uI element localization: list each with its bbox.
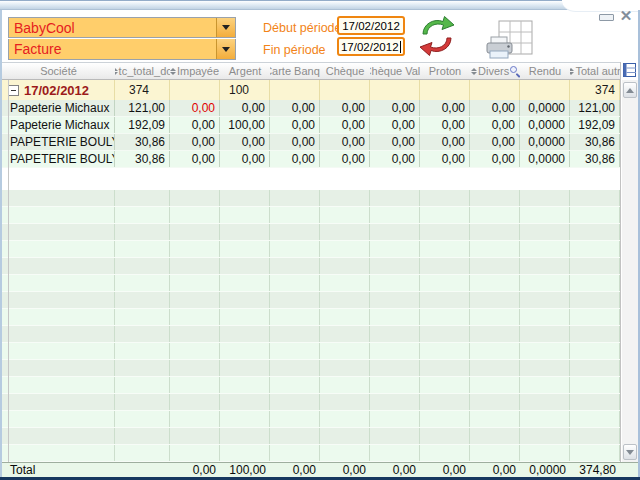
sort-arrows-icon[interactable]: [570, 68, 574, 75]
grid-cell: [170, 309, 220, 325]
text-caret: [400, 41, 402, 53]
grid-cell: [370, 224, 420, 240]
grid-cell: [170, 207, 220, 223]
column-label: Chèque: [326, 65, 365, 77]
app-window: { "window": { "close_icon": "✕" }, "tool…: [0, 0, 640, 480]
grid-cell: [370, 258, 420, 274]
period-end-input[interactable]: 17/02/2012: [337, 37, 405, 56]
grid-cell: 0,00: [270, 100, 320, 116]
grid-cell: 374: [570, 80, 620, 100]
grid-cell: 121,00: [115, 100, 170, 116]
column-header-8[interactable]: Divers: [470, 63, 520, 79]
refresh-icon[interactable]: [415, 15, 459, 57]
grid-cell: [370, 394, 420, 410]
grid-cell: [2, 343, 115, 359]
column-label: Chèque Vale: [370, 65, 420, 77]
grid-cell: [270, 343, 320, 359]
column-header-0[interactable]: Société: [2, 63, 115, 79]
grid-cell: [320, 343, 370, 359]
column-header-4[interactable]: Carte Banqu: [270, 63, 320, 79]
empty-row: [2, 428, 620, 445]
company-combobox[interactable]: BabyCool: [8, 17, 236, 38]
column-header-10[interactable]: Total autr: [570, 63, 620, 79]
title-bar: [0, 0, 640, 10]
print-grid-icon[interactable]: [486, 20, 534, 60]
grid-cell: [270, 394, 320, 410]
grid-cell: [370, 411, 420, 427]
close-icon[interactable]: ✕: [617, 7, 635, 25]
grid-cell: [420, 292, 470, 308]
table-row[interactable]: Papeterie Michaux121,000,000,000,000,000…: [2, 100, 620, 117]
period-start-input[interactable]: 17/02/2012: [337, 16, 405, 35]
dropdown-arrow-icon[interactable]: [216, 18, 235, 37]
table-row[interactable]: PAPETERIE BOULY30,860,000,000,000,000,00…: [2, 134, 620, 151]
empty-row: [2, 394, 620, 411]
grid-cell: [170, 275, 220, 291]
grid-cell: [220, 343, 270, 359]
grid-cell: [520, 445, 570, 461]
column-label: Total autr: [575, 65, 620, 77]
column-header-3[interactable]: Argent: [220, 63, 270, 79]
grid-cell: [270, 80, 320, 100]
grid-cell: [320, 445, 370, 461]
sort-arrows-icon[interactable]: [170, 68, 176, 75]
column-header-9[interactable]: Rendu: [520, 63, 570, 79]
grid-cell: 192,09: [115, 117, 170, 133]
column-header-7[interactable]: Proton: [420, 63, 470, 79]
column-header-1[interactable]: tc_total_do: [115, 63, 170, 79]
column-header-2[interactable]: Impayée: [170, 63, 220, 79]
scroll-down-icon[interactable]: [623, 444, 637, 460]
sort-arrows-icon[interactable]: [115, 68, 118, 75]
grid-cell: 0,00: [170, 100, 220, 116]
grid-cell: [170, 258, 220, 274]
column-header-6[interactable]: Chèque Vale: [370, 63, 420, 79]
grid-cell: [370, 360, 420, 376]
collapse-minus-icon[interactable]: [8, 85, 19, 96]
grid-cell: [115, 258, 170, 274]
grid-cell: 0,00: [270, 117, 320, 133]
grid-cell: [470, 309, 520, 325]
field-chooser-icon[interactable]: [623, 63, 636, 77]
grid-cell: [270, 258, 320, 274]
grid-cell: [115, 190, 170, 206]
minimize-icon[interactable]: [599, 14, 614, 21]
grid-cell: 0,00: [470, 463, 520, 477]
column-header-5[interactable]: Chèque: [320, 63, 370, 79]
vertical-scrollbar[interactable]: [622, 80, 638, 462]
grid-cell: [2, 258, 115, 274]
grid-cell: 0,00: [270, 151, 320, 167]
grid-cell: 0,00: [420, 463, 470, 477]
grid-cell: [470, 343, 520, 359]
grid-cell: 0,00: [420, 100, 470, 116]
grid-cell: [470, 411, 520, 427]
doctype-combobox[interactable]: Facture: [8, 39, 236, 60]
grid-cell: 0,00: [270, 134, 320, 150]
grid-cell: [2, 360, 115, 376]
grid-cell: [270, 190, 320, 206]
grid-cell: [520, 343, 570, 359]
grid-cell: [115, 428, 170, 444]
search-magnifier-icon[interactable]: [510, 66, 519, 77]
grid-cell: [520, 377, 570, 393]
group-row[interactable]: 17/02/2012374100374: [2, 80, 620, 100]
grid-cell: [520, 80, 570, 100]
grid-cell: [320, 360, 370, 376]
grid-cell: [115, 309, 170, 325]
grid-cell: [570, 445, 620, 461]
sort-arrows-icon[interactable]: [471, 68, 477, 75]
grid-cell: [220, 224, 270, 240]
grid-cell: 0,0000: [520, 117, 570, 133]
grid-cell: 0,00: [170, 134, 220, 150]
grid-cell: [270, 309, 320, 325]
grid-cell: [320, 241, 370, 257]
grid-cell: [520, 411, 570, 427]
grid-cell: [370, 241, 420, 257]
table-row[interactable]: Papeterie Michaux192,090,00100,000,000,0…: [2, 117, 620, 134]
grid-cell: [570, 428, 620, 444]
table-row[interactable]: PAPETERIE BOULY30,860,000,000,000,000,00…: [2, 151, 620, 168]
scroll-up-icon[interactable]: [623, 82, 637, 98]
grid-cell: 0,00: [470, 117, 520, 133]
dropdown-arrow-icon[interactable]: [216, 39, 235, 59]
grid-cell: 0,00: [470, 100, 520, 116]
column-label: Société: [40, 65, 77, 77]
